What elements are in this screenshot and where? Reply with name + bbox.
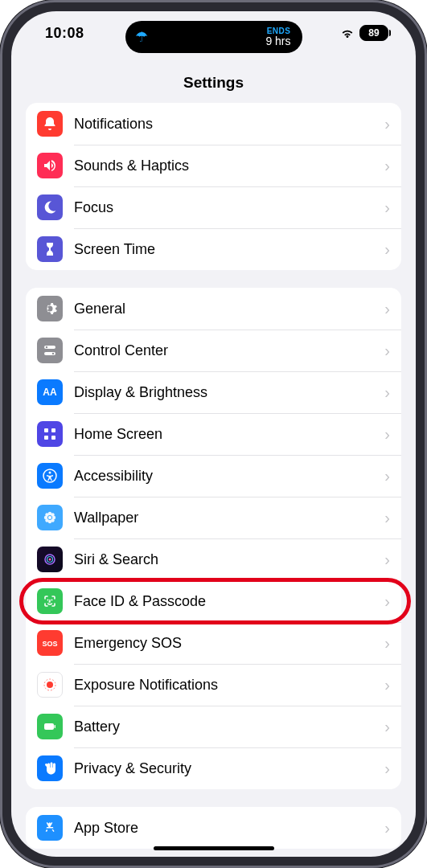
chevron-right-icon: › — [384, 383, 390, 402]
battery-indicator: 89 — [359, 25, 388, 41]
settings-group: General›Control Center›Display & Brightn… — [26, 288, 401, 789]
settings-row-label: Battery — [74, 719, 380, 735]
settings-row-label: Home Screen — [74, 426, 380, 443]
settings-row-exposure[interactable]: Exposure Notifications› — [26, 664, 401, 706]
aa-icon — [37, 379, 63, 405]
settings-row-controlcenter[interactable]: Control Center› — [26, 330, 401, 371]
chevron-right-icon: › — [384, 592, 390, 611]
settings-row-label: Siri & Search — [74, 551, 380, 568]
status-bar: 10:08 ☂ ENDS 9 hrs 89 — [11, 11, 416, 55]
status-right: 89 — [340, 25, 388, 41]
toggles-icon — [37, 338, 63, 363]
settings-row-appstore[interactable]: App Store› — [26, 807, 401, 849]
settings-row-label: Sounds & Haptics — [74, 158, 380, 174]
battery-icon — [37, 714, 63, 739]
island-timer: ENDS 9 hrs — [265, 27, 290, 47]
settings-row-screentime[interactable]: Screen Time› — [26, 228, 401, 270]
chevron-right-icon: › — [384, 634, 390, 653]
chevron-right-icon: › — [384, 467, 390, 485]
page-title: Settings — [11, 55, 416, 103]
chevron-right-icon: › — [384, 115, 390, 133]
settings-row-notifications[interactable]: Notifications› — [26, 103, 401, 145]
chevron-right-icon: › — [384, 300, 390, 318]
chevron-right-icon: › — [384, 199, 390, 217]
grid-icon — [37, 421, 63, 447]
speaker-icon — [37, 153, 63, 178]
settings-row-sounds[interactable]: Sounds & Haptics› — [26, 145, 401, 186]
settings-row-display[interactable]: Display & Brightness› — [26, 371, 401, 413]
settings-row-label: Emergency SOS — [74, 635, 380, 652]
settings-row-label: Face ID & Passcode — [74, 593, 380, 610]
bell-icon — [37, 111, 63, 137]
dynamic-island[interactable]: ☂ ENDS 9 hrs — [125, 21, 302, 53]
settings-group: Notifications›Sounds & Haptics›Focus›Scr… — [26, 103, 401, 270]
hourglass-icon — [37, 236, 63, 262]
siri-icon — [37, 547, 63, 572]
settings-row-label: Wallpaper — [74, 510, 380, 526]
chevron-right-icon: › — [384, 718, 390, 736]
settings-row-wallpaper[interactable]: Wallpaper› — [26, 497, 401, 538]
settings-row-faceid[interactable]: Face ID & Passcode› — [26, 580, 401, 622]
chevron-right-icon: › — [384, 551, 390, 569]
settings-row-homescreen[interactable]: Home Screen› — [26, 413, 401, 455]
chevron-right-icon: › — [384, 425, 390, 444]
moon-icon — [37, 194, 63, 220]
screen: 10:08 ☂ ENDS 9 hrs 89 Settings N — [11, 11, 416, 857]
settings-row-label: Notifications — [74, 116, 380, 133]
sos-icon — [37, 630, 63, 656]
settings-row-label: General — [74, 301, 380, 317]
status-time: 10:08 — [45, 25, 84, 42]
appstore-icon — [37, 815, 63, 841]
island-hours: 9 hrs — [265, 35, 290, 47]
settings-row-label: Accessibility — [74, 468, 380, 485]
exposure-icon — [37, 672, 63, 698]
chevron-right-icon: › — [384, 760, 390, 778]
umbrella-icon: ☂ — [135, 28, 148, 46]
wifi-icon — [340, 27, 355, 39]
chevron-right-icon: › — [384, 676, 390, 694]
chevron-right-icon: › — [384, 240, 390, 259]
settings-row-label: Privacy & Security — [74, 760, 380, 777]
settings-row-siri[interactable]: Siri & Search› — [26, 538, 401, 580]
settings-list[interactable]: Notifications›Sounds & Haptics›Focus›Scr… — [11, 103, 416, 857]
flower-icon — [37, 505, 63, 530]
settings-row-accessibility[interactable]: Accessibility› — [26, 455, 401, 497]
chevron-right-icon: › — [384, 342, 390, 360]
settings-row-battery[interactable]: Battery› — [26, 706, 401, 747]
settings-row-label: Screen Time — [74, 241, 380, 258]
faceid-icon — [37, 588, 63, 614]
settings-row-label: Focus — [74, 199, 380, 216]
settings-row-focus[interactable]: Focus› — [26, 186, 401, 228]
device-frame: 10:08 ☂ ENDS 9 hrs 89 Settings N — [0, 0, 427, 868]
settings-row-general[interactable]: General› — [26, 288, 401, 330]
settings-group: App Store› — [26, 807, 401, 849]
hand-icon — [37, 755, 63, 781]
battery-percent: 89 — [368, 27, 379, 39]
accessibility-icon — [37, 463, 63, 489]
settings-row-sos[interactable]: Emergency SOS› — [26, 622, 401, 664]
chevron-right-icon: › — [384, 819, 390, 837]
gear-icon — [37, 296, 63, 321]
settings-row-label: Display & Brightness — [74, 384, 380, 401]
chevron-right-icon: › — [384, 509, 390, 527]
home-indicator[interactable] — [154, 846, 274, 850]
settings-row-label: App Store — [74, 820, 380, 837]
settings-row-label: Exposure Notifications — [74, 677, 380, 694]
settings-row-label: Control Center — [74, 342, 380, 359]
settings-row-privacy[interactable]: Privacy & Security› — [26, 747, 401, 789]
chevron-right-icon: › — [384, 157, 390, 175]
